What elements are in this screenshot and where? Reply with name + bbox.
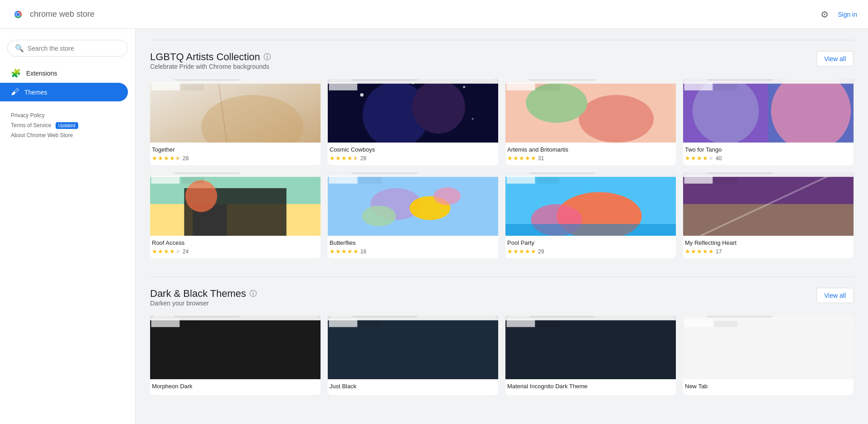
svg-rect-144	[507, 319, 535, 327]
lgbtq-section-header: LGBTQ Artists Collection ⓘ Celebrate Pri…	[150, 51, 854, 77]
theme-name: Artemis and Britomartis	[507, 146, 674, 153]
theme-thumbnail	[328, 316, 498, 379]
svg-rect-97	[537, 177, 559, 184]
svg-rect-69	[151, 176, 180, 184]
theme-thumbnail	[150, 316, 321, 379]
svg-rect-31	[359, 84, 382, 91]
theme-card[interactable]: Butterflies ★★★★★ 16	[328, 172, 498, 258]
theme-thumbnail	[328, 79, 498, 143]
theme-name: Pool Party	[507, 239, 674, 246]
svg-rect-158	[714, 321, 737, 327]
rating-count: 17	[716, 248, 722, 255]
star-full: ★	[152, 155, 157, 162]
theme-name: New Tab	[685, 383, 852, 390]
theme-thumbnail: New Tab	[683, 316, 854, 379]
svg-rect-83	[329, 176, 358, 184]
terms-of-service-link[interactable]: Terms of Service Updated	[11, 122, 124, 129]
svg-point-47	[771, 79, 851, 143]
svg-rect-55	[684, 82, 713, 91]
search-input[interactable]	[28, 45, 120, 52]
theme-card[interactable]: Just Black	[328, 316, 498, 395]
theme-info: Morpheon Dark	[150, 379, 321, 395]
privacy-policy-link[interactable]: Privacy Policy	[11, 112, 124, 119]
star-full: ★	[697, 248, 702, 255]
star-full: ★	[335, 155, 341, 162]
svg-rect-43	[537, 84, 559, 91]
puzzle-icon: 🧩	[11, 68, 21, 78]
svg-rect-41	[528, 79, 596, 81]
rating-count: 40	[716, 155, 722, 162]
dark-section: Dark & Black Themes ⓘ Darken your browse…	[150, 276, 854, 395]
theme-card[interactable]: Cosmic Cowboys ★★★★★★ 28	[328, 79, 498, 165]
svg-rect-15	[181, 84, 204, 91]
dark-section-header: Dark & Black Themes ⓘ Darken your browse…	[150, 288, 854, 314]
star-full: ★	[170, 248, 175, 255]
theme-info: Just Black	[328, 379, 498, 395]
star-rating: ★★★★★	[507, 248, 536, 255]
star-half: ★★	[353, 155, 359, 162]
star-rating: ★★★★★	[507, 155, 536, 162]
dark-info-icon[interactable]: ⓘ	[250, 289, 257, 299]
dark-view-all-button[interactable]: View all	[816, 288, 854, 303]
star-full: ★	[519, 248, 524, 255]
star-full: ★	[330, 248, 335, 255]
theme-rating-row: ★★★★★ 31	[507, 155, 674, 162]
star-full: ★	[158, 155, 163, 162]
theme-thumbnail	[505, 79, 676, 143]
sidebar-item-extensions[interactable]: 🧩 Extensions	[0, 64, 128, 83]
theme-card[interactable]: Roof Access ★★★★★ 24	[150, 172, 321, 258]
svg-rect-109	[714, 177, 737, 184]
sidebar-item-themes[interactable]: 🖌 Themes	[0, 83, 128, 101]
star-full: ★	[525, 248, 530, 255]
settings-button[interactable]: ⚙	[819, 7, 830, 22]
theme-card[interactable]: My Reflecting Heart ★★★★★ 17	[683, 172, 854, 258]
sign-in-link[interactable]: Sign in	[838, 11, 857, 18]
svg-rect-119	[173, 316, 241, 317]
theme-card[interactable]: New Tab New Tab	[683, 316, 854, 395]
theme-info: New Tab	[683, 379, 854, 395]
site-title: chrome web store	[30, 10, 94, 19]
star-full: ★	[353, 248, 359, 255]
theme-name: Roof Access	[152, 239, 319, 246]
star-rating: ★★★★★	[152, 248, 181, 255]
svg-rect-84	[359, 177, 382, 184]
theme-card[interactable]: Together ★★★★★★ 28	[150, 79, 321, 165]
theme-thumbnail	[683, 172, 854, 236]
lgbtq-theme-grid: Together ★★★★★★ 28	[150, 79, 854, 258]
lgbtq-view-all-button[interactable]: View all	[816, 51, 854, 67]
theme-rating-row: ★★★★★ 16	[330, 248, 496, 255]
star-rating: ★★★★★★	[330, 155, 359, 162]
svg-rect-156	[706, 316, 774, 317]
theme-rating-row: ★★★★★ 24	[152, 248, 319, 255]
theme-card[interactable]: Pool Party ★★★★★ 29	[505, 172, 676, 258]
star-full: ★	[685, 155, 690, 162]
svg-rect-145	[537, 321, 559, 327]
about-link[interactable]: About Chrome Web Store	[11, 132, 124, 138]
logo: chrome web store	[11, 7, 94, 22]
svg-rect-54	[706, 79, 774, 81]
search-container: 🔍	[0, 36, 135, 64]
dark-theme-grid: Morpheon Dark	[150, 316, 854, 395]
star-full: ★	[164, 155, 169, 162]
theme-info: My Reflecting Heart ★★★★★ 17	[683, 236, 854, 258]
theme-name: Butterflies	[330, 239, 496, 246]
star-full: ★	[507, 155, 513, 162]
sidebar-footer-links: Privacy Policy Terms of Service Updated …	[0, 105, 135, 146]
theme-card[interactable]: Artemis and Britomartis ★★★★★ 31	[505, 79, 676, 165]
theme-card[interactable]: Morpheon Dark	[150, 316, 321, 395]
section-divider	[150, 40, 854, 40]
star-full: ★	[531, 155, 536, 162]
theme-rating-row: ★★★★★★ 28	[330, 155, 496, 162]
svg-rect-143	[528, 316, 596, 317]
lgbtq-section: LGBTQ Artists Collection ⓘ Celebrate Pri…	[150, 40, 854, 258]
chrome-logo-icon	[11, 7, 25, 22]
svg-rect-13	[173, 79, 241, 81]
theme-rating-row: ★★★★★ 29	[507, 248, 674, 255]
theme-card[interactable]: Material Incognito Dark Theme	[505, 316, 676, 395]
svg-point-23	[472, 118, 474, 120]
lgbtq-info-icon[interactable]: ⓘ	[264, 52, 271, 62]
theme-card[interactable]: Two for Tango ★★★★★ 40	[683, 79, 854, 165]
star-full: ★	[691, 155, 696, 162]
theme-info: Artemis and Britomartis ★★★★★ 31	[505, 143, 676, 165]
lgbtq-section-subtitle: Celebrate Pride with Chrome backgrounds	[150, 63, 271, 70]
